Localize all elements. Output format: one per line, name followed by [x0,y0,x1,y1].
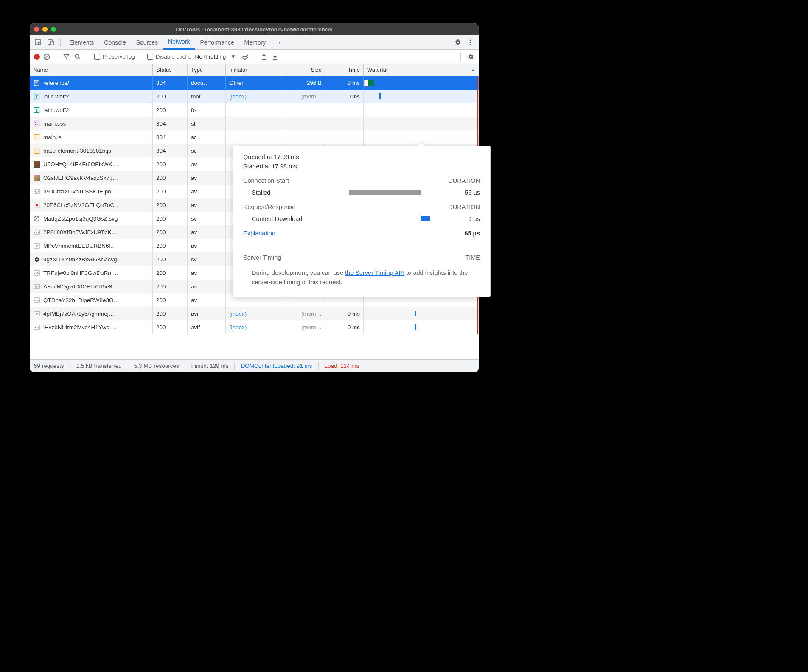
section-request-response: Request/Response [243,204,295,210]
settings-icon[interactable] [452,36,463,48]
col-initiator-header[interactable]: Initiator [226,64,287,76]
traffic-lights [34,27,56,32]
load-line [477,130,478,144]
mime-type: av [191,297,197,303]
status-code: 200 [156,202,166,208]
mime-type: av [191,229,197,235]
divider [255,53,255,61]
col-waterfall-label: Waterfall [367,67,389,73]
download-har-icon[interactable] [272,53,280,60]
server-timing-text: During development, you can use the Serv… [243,266,480,287]
request-row[interactable]: Tlatin.woff2200font(index)(mem…0 ms [30,90,479,103]
tabs-overflow[interactable]: » [272,35,285,50]
svg-point-29 [35,204,38,206]
file-type-icon [33,215,40,222]
status-code: 200 [156,283,166,290]
mime-type: docu… [191,80,209,86]
section-server-timing: Server Timing [243,254,281,261]
close-window-button[interactable] [34,27,39,32]
mime-type: avif [191,324,200,330]
file-type-icon [33,269,40,276]
server-timing-api-link[interactable]: the Server Timing API [345,269,404,276]
col-type-header[interactable]: Type [188,64,226,76]
preserve-log-label: Preserve log [103,53,135,60]
mime-type: sv [191,216,197,222]
tab-memory[interactable]: Memory [239,35,271,50]
mime-type: av [191,283,197,290]
svg-rect-12 [262,59,266,60]
status-code: 200 [156,297,166,303]
tab-console[interactable]: Console [99,35,131,50]
request-name: TRFujw0pi0nHF3GwDuRn…. [43,270,118,276]
explanation-link[interactable]: Explanation [243,230,275,237]
upload-har-icon[interactable] [261,53,269,60]
throttling-select[interactable]: No throttling ▼ [195,53,238,60]
device-toggle-icon[interactable] [45,36,57,48]
more-icon[interactable] [464,36,476,48]
col-waterfall-header[interactable]: Waterfall ▲ [364,64,479,76]
status-code: 200 [156,188,166,195]
divider [460,53,461,61]
tab-sources[interactable]: Sources [131,35,163,50]
stalled-label: Stalled [243,189,328,196]
status-code: 304 [156,148,166,154]
svg-point-26 [36,150,37,151]
file-type-icon [33,134,40,140]
load-line [477,103,478,117]
content-download-label: Content Download [243,216,328,222]
status-code: 200 [156,107,166,113]
size-value: (mem… [301,93,322,100]
finish-time: Finish: 129 ms [191,363,229,369]
tab-network[interactable]: Network [163,35,195,50]
request-name: 9gzXiTYY0nZzBxGI6KrV.svg [43,256,117,263]
clear-icon[interactable] [43,53,51,60]
main-tabbar: ElementsConsoleSourcesNetworkPerformance… [30,35,479,50]
mime-type: av [191,202,197,208]
divider [88,53,88,61]
col-time-header[interactable]: Time [325,64,364,76]
request-name: 2P2L80XfBoFWJFxU9TpK…. [43,229,119,235]
initiator-link[interactable]: (index) [229,324,247,330]
load-line [477,117,478,130]
table-header: Name Status Type Initiator Size Time Wat… [30,64,479,76]
request-row[interactable]: main.js304sc [30,130,479,144]
request-name: MadqZslZpo1sj3qQ3GsZ.svg [43,216,118,222]
queued-at-text: Queued at 17.98 ms [243,154,480,160]
file-type-icon [33,161,40,168]
col-status-header[interactable]: Status [153,64,188,76]
record-button[interactable] [34,54,40,60]
inspect-icon[interactable] [32,36,44,48]
status-code: 200 [156,161,166,168]
network-conditions-icon[interactable] [241,53,249,60]
mime-type: sv [191,256,197,263]
request-row[interactable]: reference/304docu…Other296 B8 ms [30,76,479,90]
network-settings-icon[interactable] [467,53,474,60]
divider [185,362,185,370]
zoom-window-button[interactable] [51,27,56,32]
request-name: AFacMOgv6D0CFTr6U5e8…. [43,283,120,290]
request-row[interactable]: lHvzbNUlrm2Mvd4H1Ywc….200avif(index)(mem… [30,320,479,334]
mime-type: av [191,270,197,276]
initiator-link[interactable]: (index) [229,311,247,317]
tab-performance[interactable]: Performance [195,35,239,50]
col-name-header[interactable]: Name [30,64,153,76]
svg-point-8 [75,54,79,58]
file-type-icon: T [33,93,40,100]
request-row[interactable]: 4pIMBj7zOAk1y5Agmmoj….200avif(index)(mem… [30,307,479,320]
disable-cache-checkbox[interactable]: Disable cache [147,53,192,60]
svg-rect-22 [34,121,39,126]
request-row[interactable]: Tlatin.woff2200fo [30,103,479,117]
mime-type: st [191,120,196,127]
preserve-log-checkbox[interactable]: Preserve log [94,53,135,60]
timing-popover: Queued at 17.98 ms Started at 17.98 ms C… [233,146,491,297]
search-icon[interactable] [74,53,82,60]
svg-rect-13 [273,59,277,60]
stalled-bar [328,190,450,196]
file-type-icon [33,188,40,195]
request-row[interactable]: main.css304st [30,117,479,130]
tab-elements[interactable]: Elements [64,35,99,50]
minimize-window-button[interactable] [42,27,48,32]
col-size-header[interactable]: Size [287,64,325,76]
filter-icon[interactable] [63,53,71,60]
initiator-link[interactable]: (index) [229,93,247,100]
